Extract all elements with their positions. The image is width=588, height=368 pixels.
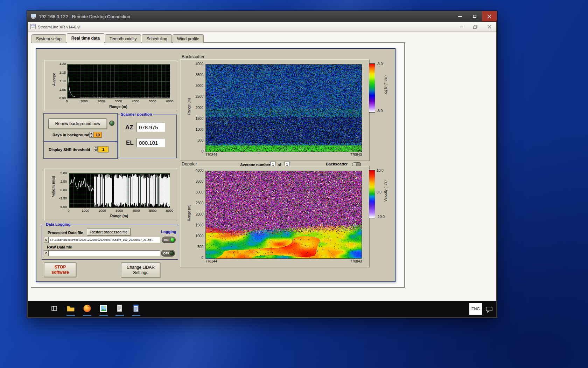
ascope-plot xyxy=(67,64,170,98)
change-line1: Change LiDAR xyxy=(127,265,155,270)
photos-icon xyxy=(100,305,107,312)
app-titlebar[interactable]: StreamLine XR v14-6.vi xyxy=(28,22,496,32)
app-title: StreamLine XR v14-6.vi xyxy=(38,25,80,29)
raw-data-file-label: RAW Data file xyxy=(47,245,72,249)
y-tick: -2.50 xyxy=(59,197,67,200)
elevation-value: 000.101 xyxy=(136,138,165,147)
rdp-title: 192.168.0.122 - Remote Desktop Connectio… xyxy=(39,14,130,19)
spinner-up-icon xyxy=(90,132,92,134)
rdp-minimize-button[interactable] xyxy=(453,11,467,21)
app-restore-button[interactable] xyxy=(468,22,482,32)
tab-real-time-data[interactable]: Real time data xyxy=(67,33,104,43)
task-view-icon xyxy=(51,305,58,312)
backscatter-graph: Range (m) 4000 3500 3000 2500 2000 1500 … xyxy=(180,59,370,161)
tab-wind-profile[interactable]: Wind profile xyxy=(173,34,204,43)
desktop: 192.168.0.122 - Remote Desktop Connectio… xyxy=(0,0,588,368)
doppler-y-axis-label: Range (m) xyxy=(187,205,191,221)
rdp-maximize-button[interactable] xyxy=(467,11,482,21)
x-tick: 0 xyxy=(63,209,75,212)
stop-software-button[interactable]: STOP software xyxy=(44,263,76,277)
stop-line2: software xyxy=(51,270,69,275)
doppler-x-ticks: 770344 770843 xyxy=(205,260,362,263)
document-blue-icon xyxy=(133,304,140,313)
colorbar-gradient xyxy=(369,170,375,218)
rdp-close-button[interactable] xyxy=(482,11,497,21)
tab-system-setup[interactable]: System setup xyxy=(31,34,66,43)
y-tick: 1.10 xyxy=(59,79,66,83)
azimuth-label: AZ xyxy=(125,124,133,131)
raw-path-drive-button[interactable]: C xyxy=(44,250,49,256)
backscatter-heatmap xyxy=(205,64,362,152)
firefox-button[interactable] xyxy=(83,304,92,313)
tab-scheduling[interactable]: Scheduling xyxy=(142,34,172,43)
y-tick: 1000 xyxy=(196,128,203,131)
scanner-position-title: Scanner position xyxy=(120,112,153,117)
change-lidar-settings-button[interactable]: Change LiDAR Settings xyxy=(121,263,160,278)
processed-path-field[interactable]: C:\Lidar\Data\Proc\2023\202309\20230907\… xyxy=(49,237,160,243)
photos-button[interactable] xyxy=(99,304,108,313)
language-indicator[interactable]: ENG xyxy=(469,303,482,315)
schedule-app-button[interactable] xyxy=(132,304,141,313)
y-tick: 1.05 xyxy=(59,88,66,91)
x-tick: 6000 xyxy=(164,100,176,103)
colorbar-max: -3.0 xyxy=(377,62,383,66)
y-tick: 4000 xyxy=(196,169,203,172)
raw-logging-toggle[interactable]: OFF xyxy=(161,250,175,257)
colorbar-max: 10.0 xyxy=(377,169,383,172)
minimize-icon xyxy=(458,16,462,17)
y-tick: 1.15 xyxy=(59,71,66,74)
velocity-x-ticks: 0 1000 2000 3000 4000 5000 6000 xyxy=(63,209,176,212)
rays-in-background-value[interactable]: 10 xyxy=(93,132,102,138)
velocity-x-axis-label: Range (m) xyxy=(69,214,169,218)
rays-spinner[interactable] xyxy=(89,132,93,138)
x-tick: 2000 xyxy=(95,100,107,103)
y-tick: 5.00 xyxy=(61,171,67,175)
y-tick: 0 xyxy=(201,150,203,153)
renew-background-button[interactable]: Renew background now xyxy=(48,118,107,129)
task-view-button[interactable] xyxy=(50,304,59,313)
x-tick: 2000 xyxy=(96,209,108,212)
scan-scheduler-button[interactable] xyxy=(115,304,124,313)
spinner-up-icon xyxy=(95,147,97,148)
snr-spinner[interactable] xyxy=(94,146,98,152)
colorbar-min: -8.0 xyxy=(377,109,383,113)
running-indicator xyxy=(66,315,75,316)
raw-path-field[interactable] xyxy=(49,250,160,256)
y-tick: 1500 xyxy=(196,117,203,121)
x-tick-end: 770843 xyxy=(350,260,362,263)
x-tick: 0 xyxy=(61,100,73,103)
y-tick: 2.50 xyxy=(61,180,67,183)
processed-data-file-label: Processed Data file xyxy=(48,231,83,235)
x-tick: 1000 xyxy=(78,100,90,103)
document-icon xyxy=(116,304,123,313)
y-tick: 1.20 xyxy=(59,62,66,66)
tab-temp-humidity[interactable]: Temp/humidity xyxy=(105,34,141,43)
y-tick: 0.00 xyxy=(61,188,67,192)
y-tick: 2000 xyxy=(196,106,203,110)
rdp-titlebar[interactable]: 192.168.0.122 - Remote Desktop Connectio… xyxy=(27,11,497,22)
processed-path-drive-button[interactable]: C xyxy=(44,237,49,243)
processed-logging-toggle[interactable]: ON xyxy=(162,237,176,243)
backscatter-y-axis-label: Range (m) xyxy=(187,98,191,115)
logging-on-led xyxy=(170,238,175,242)
backscatter-title: Backscatter xyxy=(182,54,204,59)
file-explorer-button[interactable] xyxy=(66,304,75,313)
y-tick: 2000 xyxy=(196,213,203,216)
colorbar-min: -10.0 xyxy=(377,215,385,219)
x-tick: 5000 xyxy=(147,100,159,103)
remote-desktop: StreamLine XR v14-6.vi System setup xyxy=(28,22,496,317)
restart-processed-file-button[interactable]: Restart processed file xyxy=(87,228,131,236)
velocity-y-ticks: 5.00 2.50 0.00 -2.50 -5.00 xyxy=(56,171,67,209)
notification-button[interactable] xyxy=(485,305,494,314)
spinner-down-icon xyxy=(90,136,92,137)
backscatter-x-ticks: 770344 770843 xyxy=(205,153,362,157)
snr-threshold-value[interactable]: 1 xyxy=(98,146,108,152)
app-close-button[interactable] xyxy=(482,22,496,32)
y-tick: 500 xyxy=(197,139,203,142)
spinner-down-icon xyxy=(95,150,97,151)
ascope-graph: A-scope 1.20 1.15 1.10 1.05 0.99 0 xyxy=(44,60,177,111)
y-tick: 2500 xyxy=(196,95,203,98)
app-minimize-button[interactable] xyxy=(454,22,468,32)
renew-background-led xyxy=(109,121,114,126)
close-icon xyxy=(487,14,491,19)
